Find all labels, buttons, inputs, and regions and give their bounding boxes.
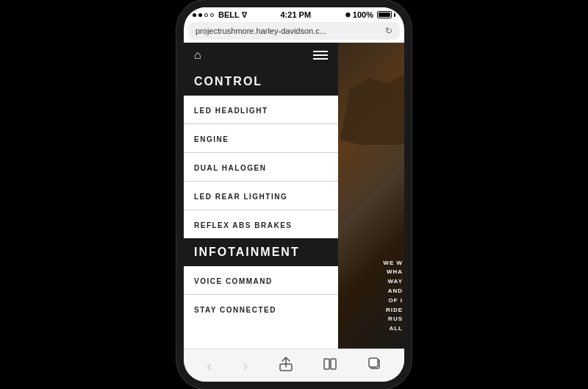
menu-line-1 (313, 51, 328, 52)
battery-fill (379, 13, 390, 17)
menu-item-led-headlight-label: LED HEADLIGHT (194, 107, 268, 115)
menu-item-stay-connected[interactable]: STAY CONNECTED (184, 295, 338, 323)
menu-line-2 (313, 54, 328, 56)
menu-item-voice-command-label: VOICE COMMAND (194, 277, 273, 285)
menu-item-reflex-abs-label: REFLEX ABS BRAKES (194, 221, 292, 229)
battery-tip (394, 13, 395, 17)
signal-dot-4 (210, 13, 214, 17)
infotainment-title: INFOTAINMENT (194, 246, 300, 258)
infotainment-section-header: INFOTAINMENT (184, 238, 338, 266)
status-left: BELL ∇ (193, 10, 247, 19)
svg-rect-2 (331, 359, 336, 369)
back-button[interactable]: ‹ (201, 356, 218, 376)
overlay-line-3: WAY (383, 277, 403, 287)
status-time: 4:21 PM (281, 10, 312, 19)
menu-item-engine-label: ENGINE (194, 135, 229, 143)
address-bar[interactable]: projectrushmore.harley-davidson.c... ↻ (188, 22, 400, 40)
overlay-line-1: WE W (383, 259, 403, 268)
signal-dot-3 (204, 13, 208, 17)
wifi-icon: ∇ (242, 11, 247, 19)
svg-rect-1 (324, 359, 329, 369)
top-nav-bar: ⌂ (184, 43, 338, 68)
overlay-line-4: AND (383, 287, 403, 296)
status-right: ✸ 100% (345, 10, 395, 19)
overlay-line-2: WHA (383, 268, 403, 277)
share-button[interactable] (273, 355, 298, 376)
url-text: projectrushmore.harley-davidson.c... (196, 26, 385, 35)
carrier-label: BELL (218, 10, 240, 19)
refresh-icon[interactable]: ↻ (385, 26, 392, 36)
overlay-text: WE W WHA WAY AND OF I RIDE RUS ALL (383, 259, 403, 334)
signal-dot-1 (193, 13, 196, 17)
forward-button[interactable]: › (237, 356, 254, 376)
bookmarks-button[interactable] (318, 355, 343, 376)
hamburger-menu[interactable] (313, 51, 328, 60)
menu-item-engine[interactable]: ENGINE (184, 124, 338, 153)
menu-item-led-rear-lighting[interactable]: LED REAR LIGHTING (184, 182, 338, 210)
signal-dot-2 (198, 13, 202, 17)
control-section-header: CONTROL (184, 68, 338, 96)
phone-frame: BELL ∇ 4:21 PM ✸ 100% projectrushmore.ha… (176, 0, 412, 389)
menu-item-led-rear-lighting-label: LED REAR LIGHTING (194, 193, 287, 201)
phone-screen: BELL ∇ 4:21 PM ✸ 100% projectrushmore.ha… (184, 7, 404, 382)
home-icon[interactable]: ⌂ (194, 49, 201, 62)
tabs-button[interactable] (362, 356, 387, 375)
left-panel: ⌂ CONTROL LED HEADLIGHT E (184, 43, 338, 349)
menu-item-reflex-abs[interactable]: REFLEX ABS BRAKES (184, 210, 338, 238)
content-area: ⌂ CONTROL LED HEADLIGHT E (184, 43, 404, 349)
menu-item-dual-halogen-label: DUAL HALOGEN (194, 164, 266, 172)
control-title: CONTROL (194, 75, 262, 88)
overlay-line-5: OF I (383, 296, 403, 306)
overlay-line-6: RIDE (383, 306, 403, 315)
right-panel-image: WE W WHA WAY AND OF I RIDE RUS ALL (338, 43, 404, 349)
bluetooth-icon: ✸ (345, 11, 351, 19)
menu-item-led-headlight[interactable]: LED HEADLIGHT (184, 96, 338, 124)
battery-indicator (377, 11, 392, 18)
menu-item-stay-connected-label: STAY CONNECTED (194, 306, 276, 314)
overlay-line-7: RUS (383, 315, 403, 324)
bottom-toolbar: ‹ › (184, 349, 404, 382)
menu-item-dual-halogen[interactable]: DUAL HALOGEN (184, 153, 338, 182)
battery-label: 100% (353, 10, 373, 19)
status-bar: BELL ∇ 4:21 PM ✸ 100% (184, 7, 404, 22)
overlay-line-8: ALL (383, 324, 403, 334)
svg-rect-4 (369, 358, 378, 367)
menu-line-3 (313, 58, 328, 60)
control-menu-list: LED HEADLIGHT ENGINE DUAL HALOGEN LED RE… (184, 96, 338, 238)
menu-item-voice-command[interactable]: VOICE COMMAND (184, 266, 338, 295)
infotainment-menu-list: VOICE COMMAND STAY CONNECTED (184, 266, 338, 323)
